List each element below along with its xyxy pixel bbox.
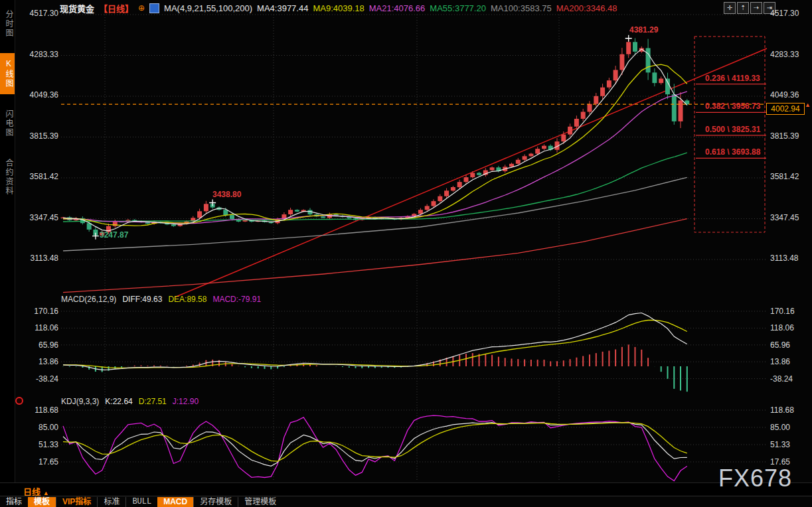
macd-bar-value: MACD:-79.91 xyxy=(212,295,261,304)
price-axis-label-left: 4517.30 xyxy=(17,9,58,18)
tab-vip-indicators[interactable]: VIP指标 xyxy=(56,497,97,507)
macd-axis-label-right: -38.24 xyxy=(770,374,793,384)
price-annotation: 3247.87 xyxy=(100,230,128,240)
price-axis-label-left: 3815.39 xyxy=(17,131,58,141)
price-axis-label-left: 3113.48 xyxy=(17,254,58,263)
fib-level-label: 0.236 \ 4119.33 xyxy=(705,74,760,83)
scale-vertical-icon[interactable]: ⇡ xyxy=(737,2,749,14)
price-axis-label-left: 4049.36 xyxy=(17,90,58,100)
macd-dea-value: DEA:89.58 xyxy=(168,295,206,304)
macd-title: MACD(26,12,9) xyxy=(61,295,116,304)
kdj-axis-label-left: 51.33 xyxy=(17,440,58,449)
kdj-header: KDJ(9,3,3) K:22.64 D:27.51 J:12.90 xyxy=(61,397,199,406)
tab-macd[interactable]: MACD xyxy=(157,497,193,507)
sidebar: 分时图 K线图 闪电图 合约资料 xyxy=(0,0,15,496)
tab-bull[interactable]: BULL xyxy=(125,497,157,507)
macd-axis-label-left: 170.16 xyxy=(17,307,58,316)
kdj-d-value: D:27.51 xyxy=(139,397,167,406)
ma-group-label: MA(4,9,21,55,100,200) xyxy=(164,3,252,13)
price-axis-label-right: 3815.39 xyxy=(770,131,799,141)
kdj-axis-label-right: 85.00 xyxy=(770,423,790,432)
macd-axis-label-right: 13.86 xyxy=(770,357,790,366)
price-axis-label-left: 4283.33 xyxy=(17,50,58,59)
sidebar-item-timeshare[interactable]: 分时图 xyxy=(0,4,15,44)
fx678-watermark: FX678 xyxy=(718,465,792,492)
chart-header: 现货黄金 【日线】 ⊕ MA(4,9,21,55,100,200) MA4:39… xyxy=(60,2,617,14)
ma55-value: MA55:3777.20 xyxy=(430,3,486,13)
chart-canvas[interactable] xyxy=(0,0,812,507)
scale-horizontal-icon[interactable]: ⇢ xyxy=(750,2,762,14)
fib-level-label: 0.500 \ 3825.31 xyxy=(705,125,760,134)
price-axis-label-right: 4283.33 xyxy=(770,50,799,59)
price-axis-label-right: 4049.36 xyxy=(770,90,799,100)
price-axis-label-left: 3581.42 xyxy=(17,172,58,181)
tab-standard[interactable]: 标准 xyxy=(97,497,125,507)
chart-toolbar: ✛ ⇡ ⇢ ⇥ xyxy=(724,2,775,14)
kdj-axis-label-right: 51.33 xyxy=(770,440,790,449)
alert-dot-icon[interactable] xyxy=(15,397,23,405)
macd-histogram xyxy=(63,344,687,392)
kdj-j-value: J:12.90 xyxy=(173,397,199,406)
kdj-title: KDJ(9,3,3) xyxy=(61,397,99,406)
macd-header: MACD(26,12,9) DIFF:49.63 DEA:89.58 MACD:… xyxy=(61,295,261,304)
kdj-k-value: K:22.64 xyxy=(105,397,132,406)
current-price-tag: 4002.94 xyxy=(766,103,805,115)
tab-indicators[interactable]: 指标 xyxy=(0,497,28,507)
crosshair-icon[interactable]: ⊕ xyxy=(138,3,145,13)
price-axis-label-left: 3347.45 xyxy=(17,213,58,222)
kdj-axis-label-left: 17.65 xyxy=(17,457,58,467)
macd-axis-label-left: 13.86 xyxy=(17,357,58,366)
ma100-value: MA100:3583.75 xyxy=(491,3,552,13)
macd-axis-label-right: 170.16 xyxy=(770,307,795,316)
sidebar-item-flash[interactable]: 闪电图 xyxy=(0,104,15,143)
ma200-value: MA200:3346.48 xyxy=(556,3,617,13)
fib-level-label: 0.618 \ 3693.88 xyxy=(705,147,760,157)
macd-axis-label-left: -38.24 xyxy=(17,374,58,384)
price-annotation: 3438.80 xyxy=(212,190,241,199)
sidebar-item-kline[interactable]: K线图 xyxy=(0,53,15,94)
move-icon[interactable]: ✛ xyxy=(724,2,736,14)
ma4-value: MA4:3977.44 xyxy=(257,3,308,13)
date-axis: 日线 ▲ xyxy=(0,482,812,496)
kdj-axis-label-right: 118.68 xyxy=(770,405,794,415)
kdj-axis-label-left: 118.68 xyxy=(17,405,58,415)
price-up-arrow-icon: ▲ xyxy=(805,102,811,108)
tab-manage-template[interactable]: 管理模板 xyxy=(238,497,282,507)
macd-axis-label-right: 118.06 xyxy=(770,323,794,332)
chart-type-icon[interactable] xyxy=(149,3,159,13)
kdj-axis-label-left: 85.00 xyxy=(17,423,58,432)
macd-axis-label-right: 65.96 xyxy=(770,340,790,350)
sidebar-item-contract-info[interactable]: 合约资料 xyxy=(0,153,15,202)
price-axis-label-right: 3347.45 xyxy=(770,213,799,222)
bottom-tab-bar: 指标 模板 VIP指标 标准 BULL MACD 另存模板 管理模板 xyxy=(0,496,812,507)
price-axis-label-right: 3581.42 xyxy=(770,172,799,181)
macd-axis-label-left: 118.06 xyxy=(17,323,58,332)
symbol-title: 现货黄金 xyxy=(60,2,94,15)
price-annotation: 4381.29 xyxy=(629,25,658,35)
ma21-value: MA21:4076.66 xyxy=(369,3,426,13)
tab-save-template[interactable]: 另存模板 xyxy=(193,497,238,507)
macd-diff-value: DIFF:49.63 xyxy=(122,295,162,304)
tab-template[interactable]: 模板 xyxy=(28,497,56,507)
price-axis-label-right: 4517.30 xyxy=(770,9,799,18)
trading-app: 分时图 K线图 闪电图 合约资料 现货黄金 【日线】 ⊕ MA(4,9,21,5… xyxy=(0,0,812,507)
fib-level-label: 0.382 \ 3956.73 xyxy=(705,102,760,111)
ma9-value: MA9:4039.18 xyxy=(313,3,364,13)
price-axis-label-right: 3113.48 xyxy=(770,254,799,263)
period-badge[interactable]: 【日线】 xyxy=(99,2,133,15)
macd-axis-label-left: 65.96 xyxy=(17,340,58,350)
